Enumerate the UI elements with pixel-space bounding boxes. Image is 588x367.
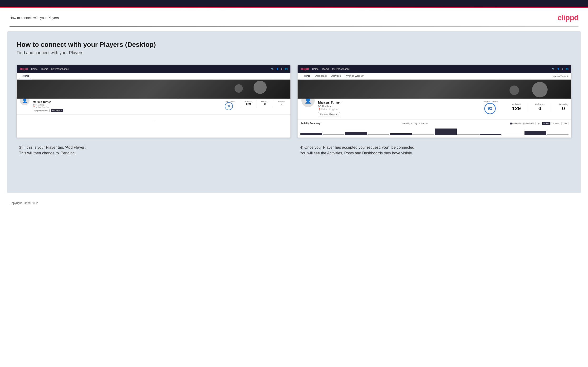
chart-bar-2a	[345, 132, 367, 135]
user-icon-right[interactable]: 👤	[557, 68, 560, 70]
stat-divider-r3	[552, 103, 552, 112]
tab-dashboard-right[interactable]: Dashboard	[312, 73, 329, 79]
chart-bar-6b	[547, 134, 569, 135]
tab-profile-right[interactable]: Profile	[300, 73, 312, 79]
avatar-right-wrapper: 👤	[301, 100, 315, 108]
legend-on-course: On course	[510, 122, 521, 125]
profile-handicap-right: 1-5 Handicap	[318, 105, 481, 108]
player-quality-left: Player Quality 92	[225, 100, 235, 110]
nav-performance-left[interactable]: My Performance	[51, 68, 69, 70]
activity-header: Activity Summary Monthly Activity · 6 Mo…	[300, 122, 569, 125]
nav-icons-right: 🔍 👤 ⚙ 🌐	[552, 68, 569, 70]
app-tabs-left: Profile	[17, 73, 290, 80]
banner-decoration-r1	[532, 82, 548, 97]
chart-group-6	[525, 131, 569, 135]
profile-location-left: 📍 United Kingdom	[33, 106, 63, 108]
nav-home-right[interactable]: Home	[312, 68, 319, 70]
caption-right: 4) Once your Player has accepted your re…	[298, 145, 571, 156]
app-nav-left: clippd Home Teams My Performance 🔍 👤 ⚙ 🌐	[17, 65, 290, 73]
profile-name-right: Marcus Turner	[318, 100, 481, 104]
quality-circle-left: 92	[225, 102, 233, 110]
activities-stat-right: Activities 129	[512, 103, 521, 112]
settings-icon-left[interactable]: ⚙	[281, 68, 283, 70]
nav-performance-right[interactable]: My Performance	[332, 68, 349, 70]
caption-left: 3) If this is your Player tap, 'Add Play…	[17, 145, 290, 156]
screenshot-right: clippd Home Teams My Performance 🔍 👤 ⚙ 🌐…	[298, 65, 571, 138]
tab-activities-right[interactable]: Activities	[329, 73, 343, 79]
avatar-icon-left: 👤	[22, 98, 27, 103]
tab-what-to-work-on-right[interactable]: What To Work On	[343, 73, 367, 79]
app-tabs-right: Profile Dashboard Activities What To Wor…	[298, 73, 571, 80]
chart-bar-2b	[367, 134, 389, 135]
scroll-area-left: ⎯	[17, 115, 290, 124]
chart-group-4	[435, 128, 479, 135]
period-6mths-button[interactable]: 6 mths	[542, 122, 550, 125]
stat-divider-1	[240, 100, 240, 108]
profile-right-details: Marcus Turner 1-5 Handicap 📍 United King…	[318, 100, 481, 117]
period-3mths-button[interactable]: 3 mths	[552, 122, 560, 125]
app-nav-logo-right: clippd	[300, 67, 309, 71]
tab-profile-left[interactable]: Profile	[19, 73, 32, 79]
globe-icon-left[interactable]: 🌐	[285, 68, 288, 70]
screenshots-row: clippd Home Teams My Performance 🔍 👤 ⚙ 🌐…	[17, 65, 571, 138]
legend-dot-on-course	[510, 123, 512, 125]
profile-info-left: 👤 Marcus Turner 1-5 Handicap 📍 United Ki…	[17, 99, 290, 115]
activities-stat-left: Activities 129	[245, 100, 252, 110]
nav-teams-right[interactable]: Teams	[322, 68, 329, 70]
user-label-right[interactable]: Marcus Turner	[553, 75, 567, 77]
user-icon-left[interactable]: 👤	[276, 68, 279, 70]
chart-bar-3b	[412, 134, 434, 135]
settings-icon-right[interactable]: ⚙	[562, 68, 564, 70]
followers-stat-left: Followers 0	[261, 100, 268, 110]
following-stat-left: Following 0	[278, 100, 285, 110]
profile-actions-left: Request to Follow Add Player +	[33, 109, 63, 112]
nav-home-left[interactable]: Home	[31, 68, 38, 70]
footer: Copyright Clippd 2022	[0, 198, 588, 209]
globe-icon-right[interactable]: 🌐	[566, 68, 569, 70]
remove-player-button[interactable]: Remove Player ✕	[318, 112, 340, 117]
clippd-logo: clippd	[558, 13, 579, 22]
breadcrumb: How to connect with your Players	[9, 16, 59, 20]
activity-chart	[300, 127, 569, 135]
followers-stat-right: Followers 0	[535, 103, 545, 112]
chart-group-2	[345, 132, 389, 135]
period-1yr-button[interactable]: 1 yr	[536, 122, 541, 125]
search-icon-left[interactable]: 🔍	[271, 68, 274, 70]
screenshot-left: clippd Home Teams My Performance 🔍 👤 ⚙ 🌐…	[17, 65, 290, 138]
add-player-button[interactable]: Add Player +	[51, 109, 63, 112]
chart-group-5	[480, 134, 524, 135]
request-follow-button[interactable]: Request to Follow	[33, 109, 50, 112]
location-pin-icon-left: 📍	[33, 106, 35, 108]
chart-bar-4b	[457, 134, 479, 135]
page-title: How to connect with your Players (Deskto…	[17, 41, 571, 49]
chevron-down-icon-right: ▼	[567, 75, 569, 77]
nav-icons-left: 🔍 👤 ⚙ 🌐	[271, 68, 288, 70]
stat-divider-r1	[505, 103, 505, 112]
profile-stats-right: Player Quality 92 Activities 129 Followe…	[484, 100, 568, 114]
profile-left-details: Marcus Turner 1-5 Handicap 📍 United King…	[33, 100, 63, 112]
profile-banner-right	[298, 80, 571, 99]
following-stat-right: Following 0	[559, 103, 568, 112]
chart-bar-4a	[435, 128, 457, 135]
chart-group-1	[300, 133, 345, 135]
chart-bar-6a	[525, 131, 546, 135]
banner-decoration-r2	[510, 85, 519, 95]
period-1mth-button[interactable]: 1 mth	[561, 122, 569, 125]
close-icon-remove: ✕	[336, 113, 338, 116]
chart-bar-1b	[322, 134, 345, 135]
nav-teams-left[interactable]: Teams	[41, 68, 48, 70]
activity-period: Monthly Activity · 6 Months	[402, 122, 428, 125]
header-divider	[9, 26, 579, 27]
banner-decoration-2	[234, 84, 243, 93]
activity-controls: On course Off course 1 yr 6 mths 3 mths …	[510, 122, 569, 125]
caption-right-text: 4) Once your Player has accepted your re…	[300, 145, 569, 156]
chart-bar-5b	[502, 135, 524, 135]
main-content: How to connect with your Players (Deskto…	[7, 31, 581, 193]
page-subtitle: Find and connect with your Players	[17, 50, 571, 55]
chart-group-3	[390, 133, 434, 135]
search-icon-right[interactable]: 🔍	[552, 68, 555, 70]
quality-circle-right: 92	[484, 103, 496, 114]
page-header: How to connect with your Players clippd	[0, 8, 588, 26]
profile-stats-left: Player Quality 92 Activities 129 Followe…	[66, 100, 288, 110]
location-pin-icon-right: 📍	[318, 108, 321, 111]
